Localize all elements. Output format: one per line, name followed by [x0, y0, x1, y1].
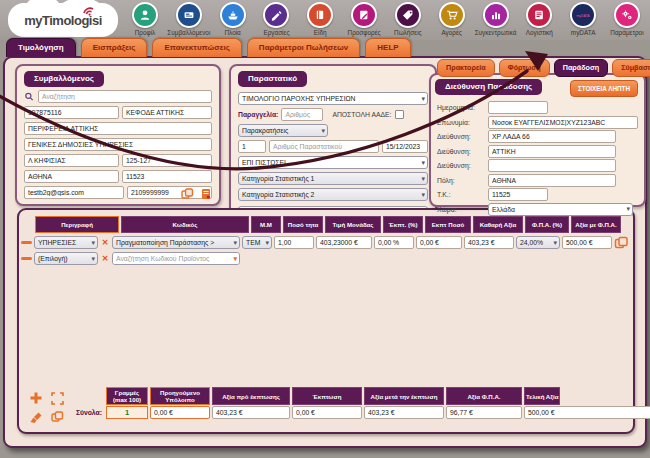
nav-item-sales[interactable]: Πωλήσεις [387, 2, 429, 40]
contractor-region-field[interactable] [24, 122, 212, 135]
tab-parametroi-poliseon[interactable]: Παράμετροι Πωλήσεων [247, 38, 360, 57]
delivery-country-select[interactable]: Ελλάδα [488, 203, 633, 216]
delivery-name-input[interactable] [488, 116, 638, 129]
clear-code-icon[interactable]: ✕ [100, 255, 110, 263]
document-date-input[interactable] [382, 140, 428, 153]
statistics-category-1-select[interactable]: Κατηγορία Στατιστικής 1 [238, 172, 428, 185]
tab-praktoreia[interactable]: Πρακτορεία [437, 59, 495, 77]
line2-description-select[interactable]: (Επιλογή) [34, 252, 98, 265]
nav-item-tasks[interactable]: Εργασίες [255, 2, 297, 40]
aade-label: ΑΠΟΣΤΟΛΗ ΑΑΔΕ: [332, 111, 391, 118]
delivery-address1-label: Διεύθυνση: [437, 133, 485, 140]
search-icon[interactable] [24, 91, 35, 103]
items-icon [313, 8, 327, 22]
line2-code-search-input[interactable] [113, 253, 239, 264]
line1-discount-pct-input[interactable] [374, 236, 414, 249]
delivery-address2-label: Διεύθυνση: [437, 148, 485, 155]
series-input[interactable] [238, 140, 266, 153]
delivery-address2-input[interactable] [488, 145, 616, 158]
profile-icon [138, 8, 152, 22]
document-number-input[interactable] [269, 140, 379, 153]
header-net-value: Καθαρή Αξία [473, 216, 523, 233]
tab-timologisi[interactable]: Τιμολόγηση [6, 38, 76, 57]
remove-line-icon[interactable] [21, 257, 32, 260]
line1-unit-price-input[interactable] [316, 236, 372, 249]
header-discount: Έκπτωση [292, 387, 362, 405]
document-type-select[interactable]: ΤΙΜΟΛΟΓΙΟ ΠΑΡΟΧΗΣ ΥΠΗΡΕΣΙΩΝ [238, 92, 428, 105]
order-number-input[interactable] [281, 108, 323, 121]
order-label: Παραγγελία: [238, 111, 278, 118]
copy-lines-icon[interactable] [48, 409, 66, 425]
copy-line-icon[interactable] [614, 236, 628, 249]
nav-item-ships[interactable]: Πλοία [212, 2, 254, 40]
expand-icon[interactable] [48, 390, 66, 406]
nav-item-settings[interactable]: Παράμετροι [606, 2, 648, 40]
purchases-icon [445, 8, 459, 22]
delivery-address3-input[interactable] [488, 159, 616, 172]
totals-label: Σύνολα: [72, 406, 104, 419]
contractor-zip-field[interactable] [122, 170, 212, 183]
nav-item-mydata[interactable]: myDATA myDATA [562, 2, 604, 40]
lines-count-value: 1 [106, 406, 148, 419]
header-unit: Μ.Μ [251, 216, 281, 233]
tab-help[interactable]: HELP [365, 38, 410, 57]
delivery-zip-input[interactable] [488, 188, 548, 201]
delivery-date-label: Ημερομηνία: [437, 104, 485, 111]
nav-item-profile[interactable]: Προφίλ [124, 2, 166, 40]
add-line-icon[interactable] [27, 390, 45, 406]
delivery-address1-input[interactable] [488, 130, 616, 143]
delivery-city-input[interactable] [488, 174, 616, 187]
tab-symvasi[interactable]: Σύμβαση [612, 59, 650, 77]
contractor-street-no-field[interactable] [122, 154, 212, 167]
line1-discount-amount-input[interactable] [416, 236, 462, 249]
nav-item-reports[interactable]: Συγκεντρωτικά [475, 2, 517, 40]
final-value-input [524, 406, 650, 419]
remove-line-icon[interactable] [21, 241, 32, 244]
discount-input [292, 406, 362, 419]
nav-item-items[interactable]: Είδη [299, 2, 341, 40]
tab-fortosi[interactable]: Φόρτωση [499, 59, 550, 77]
accounting-icon [532, 8, 546, 22]
nav-item-accounting[interactable]: Λογιστική [518, 2, 560, 40]
tab-paradosi[interactable]: Παράδοση [554, 59, 609, 77]
main-nav: Προφίλ Συμβαλλόμενοι Πλοία Εργασίες Είδη… [124, 2, 648, 40]
nav-item-contractors[interactable]: Συμβαλλόμενοι [168, 2, 210, 40]
statistics-category-2-select[interactable]: Κατηγορία Στατιστικής 2 [238, 188, 428, 201]
tab-epanektyposeis[interactable]: Επανεκτυπώσεις [152, 38, 241, 57]
delivery-panel-title: Διεύθυνση Παράδοσης [435, 79, 542, 95]
contractor-city-field[interactable] [24, 170, 119, 183]
clear-code-icon[interactable]: ✕ [100, 239, 110, 247]
delivery-city-label: Πόλη: [437, 177, 485, 184]
line1-description-select[interactable]: ΥΠΗΡΕΣΙΕΣ [34, 236, 98, 249]
delivery-address3-label: Διεύθυνση: [437, 162, 485, 169]
contractor-document-icon[interactable] [201, 188, 211, 200]
tab-eispraxeis[interactable]: Εισπράξεις [81, 38, 148, 57]
delivery-date-input[interactable] [488, 101, 548, 114]
aade-checkbox[interactable] [395, 110, 404, 119]
line2-code-search[interactable] [112, 252, 240, 265]
logo-wifi-icon [82, 5, 96, 16]
clear-lines-icon[interactable] [27, 409, 45, 425]
main-tab-bar: Τιμολόγηση Εισπράξεις Επανεκτυπώσεις Παρ… [6, 38, 411, 57]
line1-quantity-input[interactable] [274, 236, 314, 249]
previous-balance-input[interactable] [150, 406, 210, 419]
nav-item-purchases[interactable]: Αγορές [431, 2, 473, 40]
withholdings-select[interactable]: Παρακρατήσεις [238, 124, 328, 137]
contractor-email-field[interactable] [24, 186, 124, 199]
line1-vat-select[interactable]: 24,00% [516, 236, 560, 249]
line1-code-select[interactable]: Πραγματοποίηση Παράστασης > [112, 236, 240, 249]
nav-item-offers[interactable]: Προσφορές [343, 2, 385, 40]
app-logo[interactable]: myTimologisi [8, 3, 118, 37]
recipient-details-button[interactable]: ΣΤΟΙΧΕΙΑ ΛΗΠΤΗ [570, 80, 638, 97]
line1-unit-select[interactable]: ΤΕΜ [242, 236, 272, 249]
line1-gross-value-input[interactable] [562, 236, 612, 249]
contractor-street-field[interactable] [24, 154, 119, 167]
payment-method-select[interactable]: ΕΠΙ ΠΙΣΤΩΣΕΙ [238, 156, 428, 169]
duplicate-contractor-icon[interactable] [181, 188, 194, 200]
contractor-vat-field[interactable] [24, 106, 119, 119]
contractor-name-field[interactable] [122, 106, 212, 119]
header-lines-count: Γραμμές (max 100) [106, 387, 148, 405]
line1-net-value-input[interactable] [464, 236, 514, 249]
contractor-activity-field[interactable] [24, 138, 212, 151]
contractor-search-input[interactable] [38, 90, 212, 103]
